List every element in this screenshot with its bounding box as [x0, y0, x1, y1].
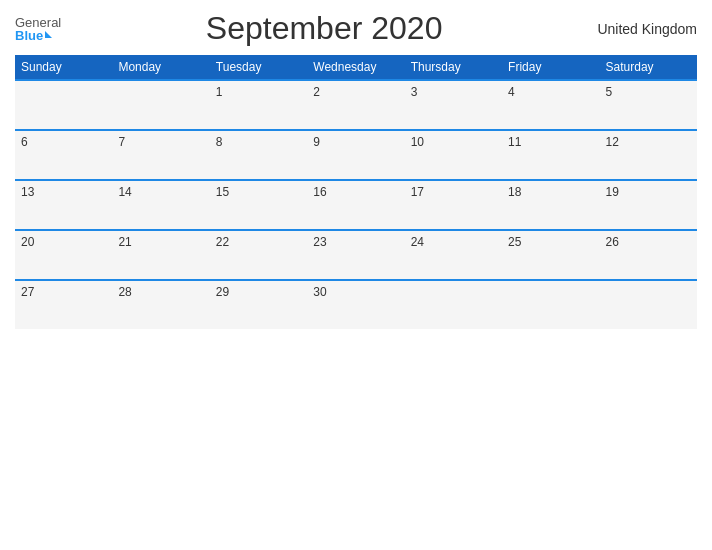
calendar-day-cell — [112, 80, 209, 130]
day-number: 24 — [411, 235, 424, 249]
calendar-day-cell: 4 — [502, 80, 599, 130]
day-number: 30 — [313, 285, 326, 299]
calendar-day-cell: 20 — [15, 230, 112, 280]
calendar-day-cell: 27 — [15, 280, 112, 329]
calendar-week-row: 12345 — [15, 80, 697, 130]
day-number: 22 — [216, 235, 229, 249]
day-number: 17 — [411, 185, 424, 199]
calendar-day-cell: 15 — [210, 180, 307, 230]
header-tuesday: Tuesday — [210, 55, 307, 80]
day-number: 3 — [411, 85, 418, 99]
calendar-day-cell: 28 — [112, 280, 209, 329]
calendar-day-cell: 7 — [112, 130, 209, 180]
calendar-day-cell: 24 — [405, 230, 502, 280]
day-number: 2 — [313, 85, 320, 99]
calendar-day-cell: 29 — [210, 280, 307, 329]
calendar-day-cell: 6 — [15, 130, 112, 180]
calendar-day-cell: 1 — [210, 80, 307, 130]
day-number: 6 — [21, 135, 28, 149]
calendar-week-row: 13141516171819 — [15, 180, 697, 230]
calendar-day-cell — [15, 80, 112, 130]
calendar-day-cell: 14 — [112, 180, 209, 230]
calendar-day-cell: 9 — [307, 130, 404, 180]
day-number: 9 — [313, 135, 320, 149]
calendar-day-cell — [502, 280, 599, 329]
header-thursday: Thursday — [405, 55, 502, 80]
day-number: 16 — [313, 185, 326, 199]
calendar-title: September 2020 — [61, 10, 587, 47]
day-number: 1 — [216, 85, 223, 99]
day-number: 25 — [508, 235, 521, 249]
logo-blue-text: Blue — [15, 29, 61, 42]
logo: General Blue — [15, 16, 61, 42]
header-saturday: Saturday — [600, 55, 697, 80]
day-number: 8 — [216, 135, 223, 149]
day-number: 20 — [21, 235, 34, 249]
region-label: United Kingdom — [587, 21, 697, 37]
day-number: 18 — [508, 185, 521, 199]
calendar-day-cell: 13 — [15, 180, 112, 230]
calendar-day-cell: 10 — [405, 130, 502, 180]
calendar-day-cell: 8 — [210, 130, 307, 180]
calendar-day-cell: 18 — [502, 180, 599, 230]
calendar-table: Sunday Monday Tuesday Wednesday Thursday… — [15, 55, 697, 329]
day-number: 4 — [508, 85, 515, 99]
header-friday: Friday — [502, 55, 599, 80]
calendar-day-cell: 3 — [405, 80, 502, 130]
calendar-day-cell: 25 — [502, 230, 599, 280]
header-wednesday: Wednesday — [307, 55, 404, 80]
logo-general-text: General — [15, 16, 61, 29]
day-number: 19 — [606, 185, 619, 199]
day-number: 26 — [606, 235, 619, 249]
calendar-day-cell: 11 — [502, 130, 599, 180]
weekday-header-row: Sunday Monday Tuesday Wednesday Thursday… — [15, 55, 697, 80]
calendar-day-cell: 22 — [210, 230, 307, 280]
logo-triangle-icon — [45, 31, 52, 38]
day-number: 5 — [606, 85, 613, 99]
day-number: 15 — [216, 185, 229, 199]
calendar-day-cell: 23 — [307, 230, 404, 280]
day-number: 13 — [21, 185, 34, 199]
day-number: 23 — [313, 235, 326, 249]
calendar-day-cell: 26 — [600, 230, 697, 280]
calendar-week-row: 20212223242526 — [15, 230, 697, 280]
calendar-week-row: 6789101112 — [15, 130, 697, 180]
calendar-container: General Blue September 2020 United Kingd… — [0, 0, 712, 550]
calendar-day-cell — [600, 280, 697, 329]
calendar-day-cell: 16 — [307, 180, 404, 230]
calendar-day-cell — [405, 280, 502, 329]
header-monday: Monday — [112, 55, 209, 80]
calendar-day-cell: 5 — [600, 80, 697, 130]
calendar-day-cell: 12 — [600, 130, 697, 180]
day-number: 7 — [118, 135, 125, 149]
day-number: 27 — [21, 285, 34, 299]
day-number: 29 — [216, 285, 229, 299]
day-number: 21 — [118, 235, 131, 249]
day-number: 28 — [118, 285, 131, 299]
day-number: 11 — [508, 135, 521, 149]
day-number: 12 — [606, 135, 619, 149]
calendar-week-row: 27282930 — [15, 280, 697, 329]
calendar-day-cell: 21 — [112, 230, 209, 280]
calendar-day-cell: 17 — [405, 180, 502, 230]
calendar-day-cell: 19 — [600, 180, 697, 230]
calendar-header: General Blue September 2020 United Kingd… — [15, 10, 697, 47]
day-number: 14 — [118, 185, 131, 199]
header-sunday: Sunday — [15, 55, 112, 80]
calendar-day-cell: 2 — [307, 80, 404, 130]
day-number: 10 — [411, 135, 424, 149]
calendar-day-cell: 30 — [307, 280, 404, 329]
